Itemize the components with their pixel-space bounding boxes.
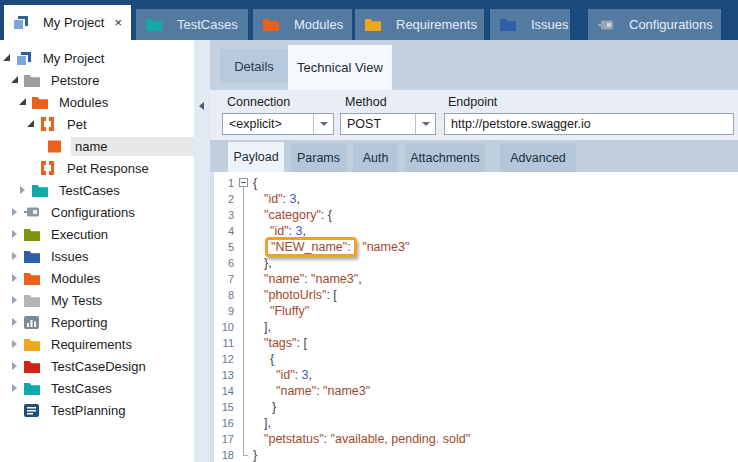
tree-item-requirements[interactable]: Requirements	[0, 333, 194, 355]
code-line[interactable]: 12{	[210, 351, 738, 367]
tab-auth[interactable]: Auth	[353, 143, 398, 172]
expander-icon[interactable]	[11, 296, 20, 305]
expander-icon[interactable]	[19, 186, 28, 195]
code-line[interactable]: 9"Fluffy"	[210, 303, 738, 319]
tab-attachments[interactable]: Attachments	[405, 143, 485, 172]
fold-column	[236, 399, 253, 415]
expander-icon[interactable]	[11, 76, 20, 85]
tree-item-my-tests[interactable]: My Tests	[0, 289, 194, 311]
code-line[interactable]: 7"name": "name3",	[210, 271, 738, 287]
code-line[interactable]: 11"tags": [	[210, 335, 738, 351]
fold-column	[236, 431, 253, 447]
tab-configurations[interactable]: Configurations	[588, 9, 721, 40]
endpoint-input[interactable]: http://petstore.swagger.io	[444, 113, 734, 135]
expander-icon[interactable]	[3, 54, 12, 63]
tree-item-execution[interactable]: Execution	[0, 223, 194, 245]
fold-column	[236, 191, 253, 207]
chevron-down-icon[interactable]	[313, 114, 333, 134]
connection-value: <explicit>	[223, 117, 282, 131]
tree-item-reporting[interactable]: Reporting	[0, 311, 194, 333]
tree-item-testcases[interactable]: TestCases	[0, 179, 194, 201]
tree-item-pet-response[interactable]: Pet Response	[0, 157, 194, 179]
connection-label: Connection	[227, 95, 290, 109]
fold-column	[236, 271, 253, 287]
expander-icon[interactable]	[11, 340, 20, 349]
close-icon[interactable]: ×	[114, 16, 122, 29]
view-tab-strip: Details Technical View	[210, 40, 738, 90]
connector-icon	[24, 205, 41, 220]
planning-icon	[24, 403, 41, 418]
folder-lightgray-icon	[24, 293, 41, 308]
tree-item-label: Pet	[63, 115, 91, 134]
code-line[interactable]: 18}	[210, 447, 738, 462]
expander-icon[interactable]	[27, 120, 36, 129]
tree-item-pet[interactable]: Pet	[0, 113, 194, 135]
collapse-sidebar-arrow[interactable]	[199, 102, 204, 110]
code-line[interactable]: 14"name": "name3"	[210, 383, 738, 399]
expander-icon[interactable]	[11, 230, 20, 239]
code-line[interactable]: 5"NEW_name": "name3"	[210, 239, 738, 255]
tree-item-modules[interactable]: Modules	[0, 267, 194, 289]
code-line[interactable]: 13"id": 3,	[210, 367, 738, 383]
fold-column	[236, 415, 253, 431]
tab-testcases[interactable]: TestCases	[136, 9, 248, 40]
expander-icon	[27, 164, 36, 173]
connection-select[interactable]: <explicit>	[222, 113, 334, 135]
fold-column	[236, 207, 253, 223]
expander-icon[interactable]	[19, 98, 28, 107]
tree-item-issues[interactable]: Issues	[0, 245, 194, 267]
tree-item-configurations[interactable]: Configurations	[0, 201, 194, 223]
tab-my-project[interactable]: My Project ×	[4, 5, 131, 40]
tab-params[interactable]: Params	[291, 143, 346, 172]
expander-icon[interactable]	[11, 208, 20, 217]
tab-modules[interactable]: Modules	[253, 9, 352, 40]
code-line[interactable]: 3"category": {	[210, 207, 738, 223]
tab-issues[interactable]: Issues	[490, 9, 570, 40]
method-select[interactable]: POST	[340, 113, 436, 135]
tree-item-testcasedesign[interactable]: TestCaseDesign	[0, 355, 194, 377]
code-line[interactable]: 1{	[210, 175, 738, 191]
code-line[interactable]: 6},	[210, 255, 738, 271]
folder-amber-icon	[365, 17, 382, 32]
fold-column	[236, 303, 253, 319]
code-text: "name": "name3"	[253, 383, 370, 399]
folder-teal-icon	[24, 381, 41, 396]
folder-orange-icon	[32, 95, 49, 110]
tree-item-petstore[interactable]: Petstore	[0, 69, 194, 91]
code-line[interactable]: 8"photoUrls": [	[210, 287, 738, 303]
tab-label: My Project	[43, 15, 104, 30]
fold-column	[236, 223, 253, 239]
code-line[interactable]: 17"petstatus": "available, pending. sold…	[210, 431, 738, 447]
tab-requirements[interactable]: Requirements	[355, 9, 484, 40]
expander-icon[interactable]	[11, 318, 20, 327]
tree-item-modules[interactable]: Modules	[0, 91, 194, 113]
expander-icon[interactable]	[11, 362, 20, 371]
tree-item-testplanning[interactable]: TestPlanning	[0, 399, 194, 421]
expander-icon[interactable]	[11, 274, 20, 283]
code-line[interactable]: 2"id": 3,	[210, 191, 738, 207]
code-line[interactable]: 15}	[210, 399, 738, 415]
code-line[interactable]: 10],	[210, 319, 738, 335]
tab-label: Modules	[294, 17, 343, 32]
fold-column	[236, 239, 253, 255]
expander-icon[interactable]	[11, 252, 20, 261]
fold-toggle-icon[interactable]	[239, 178, 248, 187]
tab-advanced[interactable]: Advanced	[500, 143, 576, 172]
tree-item-label: name	[71, 137, 194, 156]
tab-payload[interactable]: Payload	[228, 142, 284, 172]
tree-item-label: Requirements	[47, 335, 136, 354]
module-icon	[40, 117, 57, 132]
tree-item-my-project[interactable]: My Project	[0, 47, 194, 69]
code-text: ],	[253, 415, 271, 431]
payload-json-editor[interactable]: 1{2"id": 3,3"category": {4"id": 3,5"NEW_…	[210, 172, 738, 462]
fold-column	[236, 383, 253, 399]
panel-splitter[interactable]	[194, 40, 210, 462]
tree-item-name[interactable]: name	[0, 135, 194, 157]
code-text: "category": {	[253, 207, 332, 223]
tab-details[interactable]: Details	[220, 49, 288, 83]
tree-item-testcases[interactable]: TestCases	[0, 377, 194, 399]
expander-icon[interactable]	[11, 384, 20, 393]
code-line[interactable]: 16],	[210, 415, 738, 431]
chevron-down-icon[interactable]	[415, 114, 435, 134]
tab-technical-view[interactable]: Technical View	[288, 45, 392, 90]
